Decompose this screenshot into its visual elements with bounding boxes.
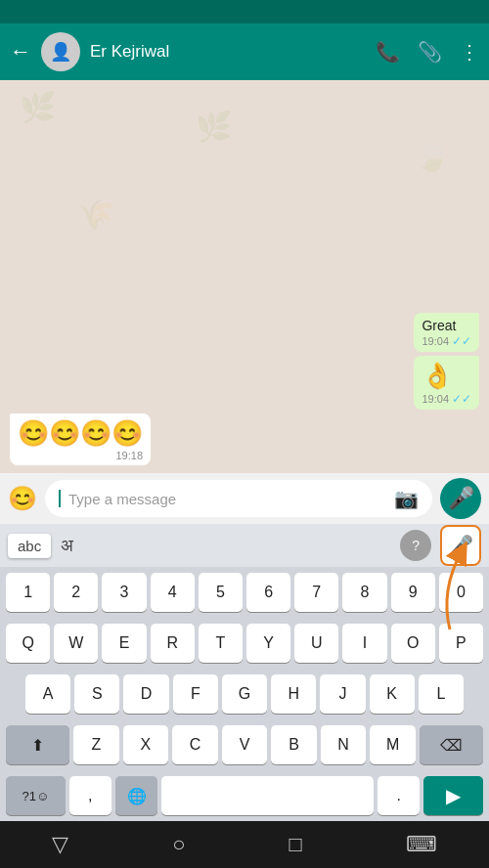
key-o[interactable]: O	[391, 624, 435, 663]
key-2[interactable]: 2	[54, 573, 98, 612]
message-ticks: ✓✓	[452, 334, 471, 348]
microphone-icon: 🎤	[448, 486, 474, 511]
message-row: Great 19:04 ✓✓	[10, 313, 479, 352]
key-y[interactable]: Y	[246, 624, 290, 663]
backspace-key[interactable]: ⌫	[420, 725, 483, 764]
key-3[interactable]: 3	[102, 573, 146, 612]
key-v[interactable]: V	[222, 725, 268, 764]
bg-doodle: 🍃	[414, 139, 450, 173]
bottom-navigation: ▽ ○ □ ⌨	[0, 821, 489, 868]
key-b[interactable]: B	[271, 725, 317, 764]
message-meta: 19:04 ✓✓	[422, 334, 471, 348]
message-text: 😊😊😊😊	[18, 418, 143, 448]
key-x[interactable]: X	[123, 725, 169, 764]
bg-doodle: 🌿	[196, 109, 232, 144]
key-k[interactable]: K	[370, 674, 415, 714]
key-5[interactable]: 5	[199, 573, 243, 612]
message-meta: 19:04 ✓✓	[422, 392, 471, 406]
home-nav-button[interactable]: ○	[162, 822, 195, 867]
bg-doodle: 🌾	[78, 197, 114, 232]
key-l[interactable]: L	[419, 674, 464, 714]
key-p[interactable]: P	[439, 624, 483, 663]
message-bubble: 😊😊😊😊 19:18	[10, 413, 151, 465]
key-z[interactable]: Z	[73, 725, 119, 764]
contact-name: Er Kejriwal	[90, 42, 366, 62]
key-8[interactable]: 8	[342, 573, 386, 612]
input-bar: 😊 Type a message 📷 🎤	[0, 473, 489, 524]
question-mark-label: ?	[412, 538, 420, 553]
zxcv-row: ⬆ Z X C V B N M ⌫	[0, 719, 489, 770]
messages-container: Great 19:04 ✓✓ 👌 19:04 ✓✓ 😊😊😊😊	[10, 313, 479, 465]
key-g[interactable]: G	[222, 674, 267, 714]
help-button[interactable]: ?	[400, 530, 431, 561]
key-6[interactable]: 6	[246, 573, 290, 612]
more-options-icon[interactable]: ⋮	[460, 40, 479, 64]
chat-header: ← 👤 Er Kejriwal 📞 📎 ⋮	[0, 23, 489, 80]
message-time: 19:04	[422, 393, 449, 405]
keyboard-top-bar: abc अ ? 🎤	[0, 524, 489, 567]
key-e[interactable]: E	[102, 624, 146, 663]
recent-nav-button[interactable]: □	[280, 822, 312, 867]
key-h[interactable]: H	[271, 674, 316, 714]
message-ticks: ✓✓	[452, 392, 471, 406]
message-time: 19:18	[115, 450, 143, 461]
message-row: 😊😊😊😊 19:18	[10, 413, 479, 465]
message-bubble: 👌 19:04 ✓✓	[414, 356, 479, 410]
asdf-row: A S D F G H J K L	[0, 669, 489, 719]
key-a[interactable]: A	[25, 674, 70, 714]
bottom-row: ?1☺ , 🌐 . ▶	[0, 770, 489, 821]
emoji-button[interactable]: 😊	[8, 485, 37, 512]
globe-key[interactable]: 🌐	[115, 776, 157, 815]
key-t[interactable]: T	[199, 624, 243, 663]
back-button[interactable]: ←	[10, 39, 31, 65]
mic-button[interactable]: 🎤	[440, 478, 481, 519]
shift-key[interactable]: ⬆	[6, 725, 69, 764]
key-j[interactable]: J	[320, 674, 365, 714]
chat-area: 🌿 🍃 🌾 🌿 Great 19:04 ✓✓ 👌 19:04 ✓✓	[0, 80, 489, 473]
key-m[interactable]: M	[370, 725, 416, 764]
space-key[interactable]	[161, 776, 374, 815]
key-7[interactable]: 7	[294, 573, 338, 612]
message-text: 👌	[422, 361, 453, 390]
qwerty-row: Q W E R T Y U I O P	[0, 618, 489, 669]
key-q[interactable]: Q	[6, 624, 50, 663]
keyboard: abc अ ? 🎤 1 2 3 4 5 6 7 8 9 0 Q W E R T …	[0, 524, 489, 821]
key-s[interactable]: S	[74, 674, 119, 714]
key-1[interactable]: 1	[6, 573, 50, 612]
keyboard-nav-button[interactable]: ⌨	[396, 822, 447, 867]
key-f[interactable]: F	[173, 674, 218, 714]
message-meta: 19:18	[18, 450, 143, 461]
symbols-key[interactable]: ?1☺	[6, 776, 66, 815]
avatar[interactable]: 👤	[41, 32, 80, 71]
comma-key[interactable]: ,	[69, 776, 111, 815]
input-placeholder: Type a message	[68, 491, 386, 507]
key-d[interactable]: D	[123, 674, 168, 714]
status-bar	[0, 0, 489, 23]
header-icons: 📞 📎 ⋮	[376, 40, 479, 64]
key-0[interactable]: 0	[439, 573, 483, 612]
lang-abc-button[interactable]: abc	[8, 534, 51, 558]
key-9[interactable]: 9	[391, 573, 435, 612]
back-nav-button[interactable]: ▽	[42, 822, 78, 867]
key-r[interactable]: R	[151, 624, 195, 663]
lang-hindi-button[interactable]: अ	[51, 532, 83, 560]
key-u[interactable]: U	[294, 624, 338, 663]
message-time: 19:04	[422, 335, 449, 347]
message-bubble: Great 19:04 ✓✓	[414, 313, 479, 352]
message-row: 👌 19:04 ✓✓	[10, 356, 479, 410]
message-input-field[interactable]: Type a message 📷	[45, 480, 432, 517]
send-key[interactable]: ▶	[423, 776, 483, 815]
key-4[interactable]: 4	[151, 573, 195, 612]
number-row: 1 2 3 4 5 6 7 8 9 0	[0, 567, 489, 618]
bg-doodle: 🌿	[20, 90, 56, 124]
key-n[interactable]: N	[321, 725, 367, 764]
key-w[interactable]: W	[54, 624, 98, 663]
key-c[interactable]: C	[172, 725, 218, 764]
call-icon[interactable]: 📞	[376, 40, 400, 64]
camera-icon[interactable]: 📷	[394, 487, 419, 510]
keyboard-mic-button[interactable]: 🎤	[440, 525, 481, 566]
key-i[interactable]: I	[342, 624, 386, 663]
attach-icon[interactable]: 📎	[418, 40, 442, 64]
period-key[interactable]: .	[378, 776, 420, 815]
message-text: Great	[422, 318, 456, 333]
